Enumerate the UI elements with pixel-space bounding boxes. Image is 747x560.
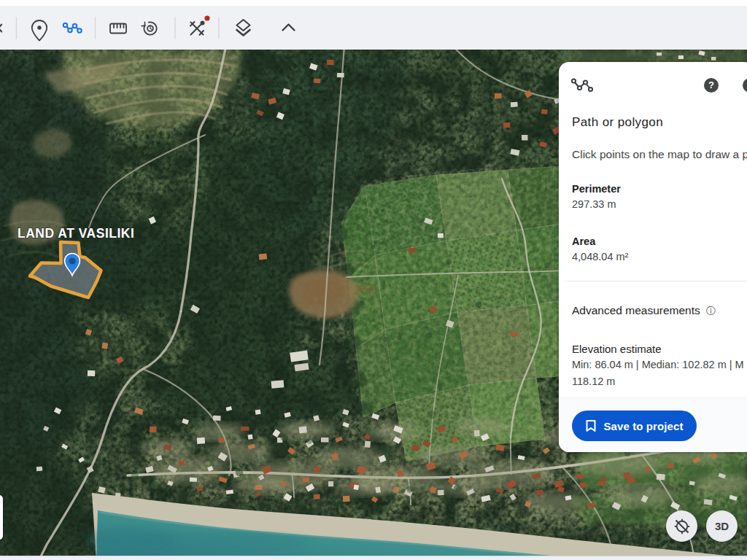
svg-text:LAND AT VASILIKI: LAND AT VASILIKI <box>18 226 134 241</box>
